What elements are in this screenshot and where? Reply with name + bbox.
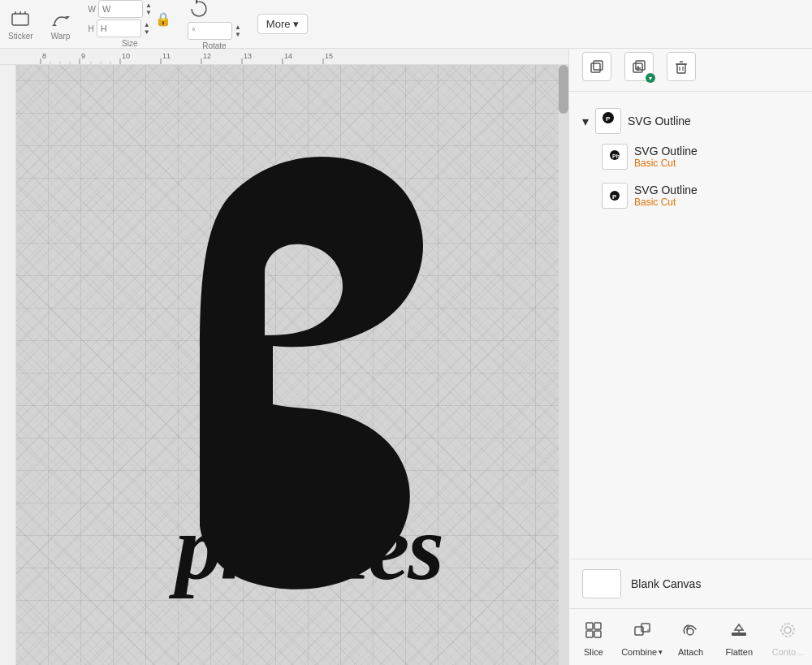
svg-rect-32 [591,63,600,72]
blank-canvas-thumbnail [582,569,621,598]
layer-item[interactable]: Ph SVG Outline Basic Cut [602,137,799,176]
contour-label: Conto... [772,647,804,657]
warp-icon[interactable] [50,7,72,30]
svg-text:15: 15 [325,52,333,60]
rotate-group: ▲ ▼ Rotate [188,0,241,50]
ruler-top-svg: 8 9 10 11 12 13 14 15 [0,49,568,65]
flatten-label: Flatten [725,647,753,657]
layer-group-header[interactable]: ▾ P SVG Outline [582,105,799,137]
scrollbar-thumb[interactable] [559,65,568,114]
layer-1-info: SVG Outline Basic Cut [634,145,799,169]
svg-rect-51 [586,631,593,637]
size-group: W ▲ ▼ H ▲ ▼ 🔒 Size [89,0,171,48]
scrollbar[interactable] [559,65,568,665]
svg-rect-50 [594,623,601,629]
layer-2-subtype: Basic Cut [634,196,799,208]
flatten-icon [729,620,749,644]
combine-label: Combine [621,647,657,657]
size-label: Size [122,39,137,48]
blank-canvas-section: Blank Canvas [569,559,812,608]
combine-dropdown-icon[interactable]: ▾ [659,648,663,656]
svg-rect-0 [12,14,28,25]
duplicate-icon [589,58,605,75]
rotate-down-icon[interactable]: ▼ [235,31,241,38]
panel-toolbar: ▾ [569,42,812,92]
svg-text:phillies: phillies [168,496,443,599]
slice-label: Slice [584,647,603,657]
svg-text:8: 8 [42,52,46,60]
canvas-area[interactable]: phillies [16,65,568,665]
height-input[interactable] [97,19,141,37]
layer-2-info: SVG Outline Basic Cut [634,184,799,208]
svg-marker-6 [196,0,199,4]
slice-button[interactable]: Slice [569,615,618,662]
layer-group: ▾ P SVG Outline [569,98,812,222]
layer-list: ▾ P SVG Outline [569,92,812,559]
size-inputs: W ▲ ▼ H ▲ ▼ 🔒 [89,0,171,37]
svg-rect-38 [677,64,685,73]
svg-text:11: 11 [162,52,171,60]
panel-actions: Slice Combine ▾ [569,608,812,665]
layer-item[interactable]: P SVG Outline Basic Cut [602,176,799,215]
more-button[interactable]: More ▾ [257,14,309,34]
height-label: H [89,24,94,33]
contour-button[interactable]: Conto... [763,615,812,662]
rotate-icon[interactable] [188,0,210,20]
ruler-left [0,65,16,665]
svg-rect-52 [594,631,601,637]
collapse-chevron-icon[interactable]: ▾ [582,114,589,129]
more-chevron-icon: ▾ [293,18,299,30]
toolbar: Sticker Warp W ▲ ▼ [0,0,812,49]
svg-rect-33 [594,61,603,70]
sticker-label: Sticker [8,32,33,41]
duplicate-layer-button[interactable] [582,52,611,81]
layer-1-name: SVG Outline [634,145,799,158]
attach-label: Attach [678,647,703,657]
combine-icon [633,620,652,644]
svg-text:P: P [612,193,617,201]
sticker-group: Sticker [8,7,33,41]
sticker-icon[interactable] [9,7,32,30]
layer-children: Ph SVG Outline Basic Cut P [582,137,799,215]
layer-1-thumbnail: Ph [602,144,628,170]
phillies-logo-svg: phillies [70,128,460,599]
svg-marker-5 [52,24,57,26]
svg-text:Ph: Ph [612,153,620,159]
logo-container[interactable]: phillies [70,128,460,602]
rotate-input[interactable] [188,22,232,40]
layer-2-thumbnail: P [602,183,628,209]
flatten-button[interactable]: Flatten [715,615,763,662]
svg-text:P: P [606,115,611,123]
width-label: W [89,5,96,14]
right-panel: Layers Color Sync ✕ ▾ [568,0,812,665]
delete-layer-icon [673,58,689,75]
height-up-icon[interactable]: ▲ [144,21,150,28]
rotate-inputs: ▲ ▼ [188,0,241,40]
attach-button[interactable]: Attach [667,615,715,662]
warp-label: Warp [51,32,71,41]
rotate-up-icon[interactable]: ▲ [235,24,241,31]
svg-rect-57 [732,633,746,636]
more-label: More [266,18,291,30]
group-thumbnail: P [595,108,621,134]
combine-button[interactable]: Combine ▾ [618,615,667,662]
width-input[interactable] [98,0,143,18]
ruler-top: 8 9 10 11 12 13 14 15 [0,49,568,65]
add-dropdown-icon[interactable]: ▾ [646,73,655,83]
layer-1-subtype: Basic Cut [634,158,799,169]
svg-text:14: 14 [284,52,292,60]
lock-icon[interactable]: 🔒 [155,11,171,27]
slice-icon [584,620,603,644]
contour-icon [778,620,797,644]
delete-layer-button[interactable] [667,52,696,81]
svg-text:12: 12 [203,52,211,60]
group-info: SVG Outline [628,114,799,127]
attach-icon [680,620,700,644]
width-up-icon[interactable]: ▲ [145,2,152,9]
width-down-icon[interactable]: ▼ [145,9,152,16]
svg-rect-49 [586,623,593,629]
height-down-icon[interactable]: ▼ [144,28,150,36]
svg-text:9: 9 [81,52,85,60]
svg-text:10: 10 [122,52,130,60]
blank-canvas-label: Blank Canvas [631,577,701,590]
